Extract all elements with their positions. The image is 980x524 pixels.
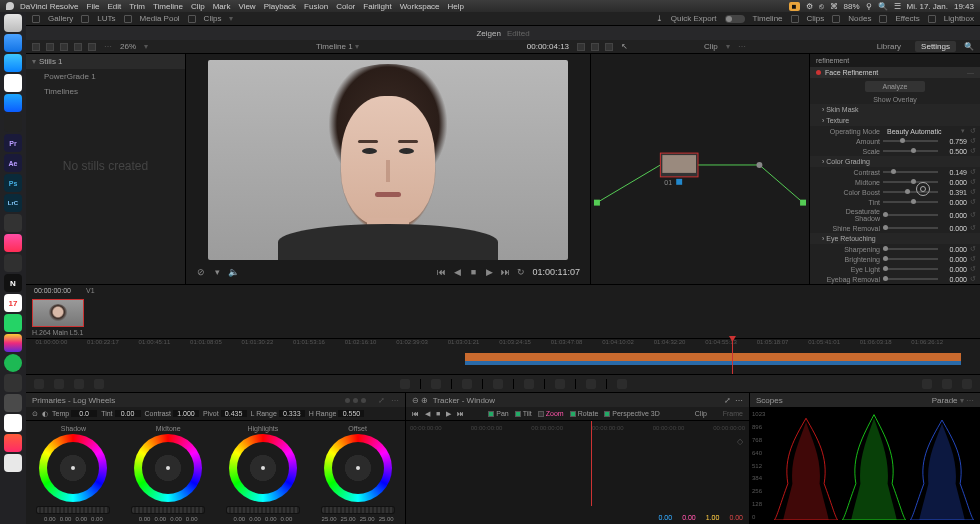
tool-icon[interactable]	[32, 43, 40, 51]
expand-icon[interactable]: ⤢	[378, 396, 385, 405]
zoom-level[interactable]: 26%	[120, 42, 136, 51]
stills-item[interactable]: Timelines	[26, 84, 185, 99]
window-icon[interactable]	[431, 379, 441, 389]
param-amount[interactable]: Amount0.759↺	[810, 136, 980, 146]
group-skin-mask[interactable]: › Skin Mask	[810, 104, 980, 115]
mode-dot[interactable]	[353, 398, 358, 403]
wheel-offset[interactable]: Offset25.0025.0025.0025.00	[310, 421, 405, 524]
menu-view[interactable]: View	[238, 2, 255, 11]
expand-icon[interactable]: ⤢	[724, 396, 731, 405]
audio-clip-bar[interactable]	[465, 361, 961, 365]
quickexport-button[interactable]: Quick Export	[671, 14, 717, 23]
collapse-icon[interactable]: —	[967, 69, 974, 76]
track-rev-icon[interactable]: ◀	[425, 410, 430, 418]
dock-calendar[interactable]: 17	[4, 294, 22, 312]
param-brightening[interactable]: Brightening0.000↺	[810, 254, 980, 264]
wheel-highlights[interactable]: Highlights0.000.000.000.00	[216, 421, 311, 524]
menu-fairlight[interactable]: Fairlight	[363, 2, 391, 11]
param-desaturate-shadow[interactable]: Desaturate Shadow0.000↺	[810, 207, 980, 223]
search-icon[interactable]: 🔍	[964, 42, 974, 51]
dock-music[interactable]	[4, 434, 22, 452]
track-rev-all-icon[interactable]: ⏮	[412, 410, 419, 417]
blur-icon[interactable]	[524, 379, 534, 389]
viewer-image[interactable]	[208, 60, 568, 260]
menu-color[interactable]: Color	[336, 2, 355, 11]
loop-icon[interactable]: ↻	[516, 267, 526, 277]
tab-settings[interactable]: Settings	[915, 41, 956, 52]
timeline-name[interactable]: Timeline 1	[316, 42, 353, 51]
param-scale[interactable]: Scale0.500↺	[810, 146, 980, 156]
dock-instagram[interactable]	[4, 334, 22, 352]
dock-whatsapp[interactable]	[4, 314, 22, 332]
dock-safari[interactable]	[4, 34, 22, 52]
wifi-icon[interactable]: ⚲	[866, 2, 872, 11]
tracker-icon[interactable]	[462, 379, 472, 389]
nodes-icon[interactable]	[832, 15, 840, 23]
stills-item[interactable]: PowerGrade 1	[26, 69, 185, 84]
menu-icon[interactable]: ⋯	[966, 396, 974, 405]
tab-library[interactable]: Library	[871, 41, 907, 52]
effects-icon[interactable]	[879, 15, 887, 23]
key-icon[interactable]	[555, 379, 565, 389]
show-overlay-label[interactable]: Show Overlay	[810, 95, 980, 104]
wheel-shadow[interactable]: Shadow0.000.000.000.00	[26, 421, 121, 524]
menu-clip[interactable]: Clip	[191, 2, 205, 11]
dock-notion[interactable]: N	[4, 274, 22, 292]
clips-button[interactable]: Clips	[807, 14, 825, 23]
frame-mode[interactable]: Frame	[723, 410, 743, 417]
app-name[interactable]: DaVinci Resolve	[20, 2, 79, 11]
auto-icon[interactable]: ◐	[42, 410, 48, 418]
zoom-in-icon[interactable]: ⊕	[421, 396, 428, 405]
volume-icon[interactable]: 🔈	[228, 267, 238, 277]
tool-icon[interactable]	[94, 379, 104, 389]
qualifier-icon[interactable]	[400, 379, 410, 389]
clips-icon[interactable]	[188, 15, 196, 23]
3d-icon[interactable]	[617, 379, 627, 389]
param-contrast[interactable]: Contrast0.149↺	[810, 167, 980, 177]
tool-icon[interactable]	[46, 43, 54, 51]
menu-fusion[interactable]: Fusion	[304, 2, 328, 11]
dock-app[interactable]	[4, 74, 22, 92]
param-tint[interactable]: Tint0.000↺	[810, 197, 980, 207]
dots-icon[interactable]: ⋯	[104, 42, 112, 51]
bypass-icon[interactable]: ⊘	[196, 267, 206, 277]
menu-edit[interactable]: Edit	[107, 2, 121, 11]
menu-mark[interactable]: Mark	[213, 2, 231, 11]
nodes-button[interactable]: Nodes	[848, 14, 871, 23]
param-eyebag-removal[interactable]: Eyebag Removal0.000↺	[810, 274, 980, 284]
stop-icon[interactable]: ■	[468, 267, 478, 277]
dock-app[interactable]	[4, 214, 22, 232]
playhead[interactable]	[732, 339, 733, 374]
mediapool-icon[interactable]	[124, 15, 132, 23]
dock-finder[interactable]	[4, 14, 22, 32]
clip-thumb[interactable]: H.264 Main L5.1	[32, 299, 84, 336]
tool-icon[interactable]	[577, 43, 585, 51]
group-texture[interactable]: › Texture	[810, 115, 980, 126]
time[interactable]: 19:43	[954, 2, 974, 11]
mode-dot[interactable]	[361, 398, 366, 403]
dock-app[interactable]	[4, 414, 22, 432]
global-temp[interactable]: Temp	[52, 410, 97, 417]
date[interactable]: Mi. 17. Jan.	[907, 2, 948, 11]
info-icon[interactable]	[962, 379, 972, 389]
global-l range[interactable]: L Range	[251, 410, 305, 417]
video-clip-bar[interactable]	[465, 353, 961, 361]
chk-perspective[interactable]: Perspective 3D	[604, 410, 659, 417]
global-pivot[interactable]: Pivot	[203, 410, 247, 417]
dock-spotify[interactable]	[4, 354, 22, 372]
play-icon[interactable]: ▶	[484, 267, 494, 277]
global-h range[interactable]: H Range	[309, 410, 365, 417]
wheel-midtone[interactable]: Midtone0.000.000.000.00	[121, 421, 216, 524]
timecode[interactable]: 00:00:04:13	[527, 42, 569, 51]
param-color-boost[interactable]: Color Boost0.391↺	[810, 187, 980, 197]
sizing-icon[interactable]	[586, 379, 596, 389]
dock-lightroom[interactable]: LrC	[4, 194, 22, 212]
global-contrast[interactable]: Contrast	[145, 410, 199, 417]
sys-icon[interactable]: ⌘	[830, 2, 838, 11]
menu-playback[interactable]: Playback	[264, 2, 296, 11]
section-face-refinement[interactable]: Face Refinement—	[810, 67, 980, 78]
quickexport-icon[interactable]: ⤓	[656, 14, 663, 23]
picker-icon[interactable]: ⊙	[32, 410, 38, 418]
scope-mode[interactable]: Parade	[932, 396, 958, 405]
node-graph[interactable]: 01	[590, 54, 810, 284]
